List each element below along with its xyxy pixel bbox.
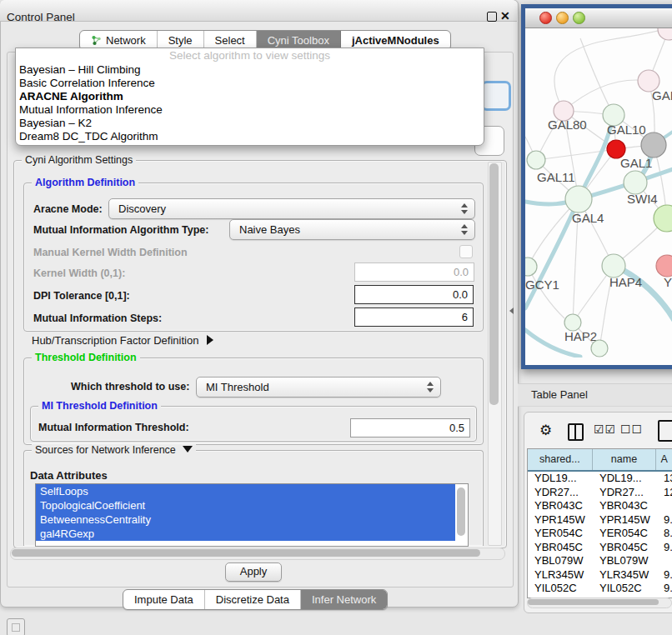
table-cell: YBR045C xyxy=(593,541,657,555)
table-hscrollbar-thumb[interactable] xyxy=(528,599,659,605)
mi-steps-label: Mutual Information Steps: xyxy=(33,312,162,324)
table-function-icon[interactable] xyxy=(658,420,672,442)
dropdown-item-mutual-information-inference[interactable]: Mutual Information Inference xyxy=(16,103,484,117)
table-cell: 9. xyxy=(657,582,672,596)
column-browser-icon[interactable] xyxy=(568,423,584,441)
mi-threshold-definition-title: MI Threshold Definition xyxy=(38,400,161,412)
network-node[interactable] xyxy=(641,132,666,158)
mutual-information-threshold-field[interactable]: 0.5 xyxy=(350,418,470,438)
table-cell: YBR045C xyxy=(528,541,593,555)
data-attributes-label: Data Attributes xyxy=(30,469,108,482)
network-node[interactable] xyxy=(658,28,672,40)
column-header-shared[interactable]: shared... xyxy=(528,449,593,470)
tab-impute-data[interactable]: Impute Data xyxy=(123,590,205,609)
network-node-gal11[interactable] xyxy=(527,151,545,169)
zoom-traffic-icon[interactable] xyxy=(573,12,585,24)
network-window-titlebar[interactable] xyxy=(525,8,672,28)
table-row[interactable]: YBL079WYBL079W xyxy=(528,554,672,568)
attribute-item-selfloops[interactable]: SelfLoops xyxy=(36,484,455,498)
algorithm-selector-fragment[interactable] xyxy=(481,81,511,111)
column-header-name[interactable]: name xyxy=(593,449,657,470)
aracne-mode-label: Aracne Mode: xyxy=(33,203,103,215)
node-label-gal11: GAL11 xyxy=(537,170,575,184)
sources-group-title[interactable]: Sources for Network Inference xyxy=(32,444,196,456)
tab-discretize-data[interactable]: Discretize Data xyxy=(205,590,301,609)
node-label-gal4: GAL4 xyxy=(572,211,604,225)
mi-algorithm-type-combo[interactable]: Naive Bayes xyxy=(229,219,475,240)
select-all-icon[interactable]: ☑☑ xyxy=(594,422,616,436)
table-row[interactable]: YBR045CYBR045C9. xyxy=(528,541,672,555)
close-icon[interactable]: ✕ xyxy=(500,9,510,22)
dpi-tolerance-field[interactable]: 0.0 xyxy=(354,285,474,304)
settings-hscrollbar-thumb[interactable] xyxy=(12,549,480,557)
apply-button[interactable]: Apply xyxy=(225,562,282,582)
tab-network-label: Network xyxy=(106,33,146,48)
dropdown-item-basic-correlation-inference[interactable]: Basic Correlation Inference xyxy=(16,77,484,90)
list-scrollbar-thumb[interactable] xyxy=(457,488,465,536)
network-node[interactable] xyxy=(591,340,608,357)
minimize-traffic-icon[interactable] xyxy=(556,12,569,24)
splitpane-collapse-icon[interactable] xyxy=(509,308,514,314)
tab-infer-network[interactable]: Infer Network xyxy=(301,590,387,609)
table-header-row: shared...nameA xyxy=(528,449,672,472)
network-node[interactable] xyxy=(654,205,672,232)
network-node-y[interactable] xyxy=(656,255,672,277)
node-label-hap4: HAP4 xyxy=(609,275,642,289)
close-traffic-icon[interactable] xyxy=(539,12,552,24)
network-view-window: GALGAL80GAL10GAL1GAL11SWI4GAL4GCY1HAP4YH… xyxy=(521,4,672,369)
aracne-mode-combo[interactable]: Discovery xyxy=(108,198,475,219)
dropdown-item-aracne-algorithm[interactable]: ARACNE Algorithm xyxy=(16,90,484,103)
table-row[interactable]: YDR27...YDR27...12 xyxy=(528,486,672,500)
node-label-gcy1: GCY1 xyxy=(525,278,559,292)
control-panel-titlebar[interactable] xyxy=(0,0,517,22)
network-node-hap4[interactable] xyxy=(602,254,625,278)
float-window-icon[interactable] xyxy=(487,12,497,22)
dropdown-item-bayesian-k2[interactable]: Bayesian – K2 xyxy=(16,117,484,130)
column-header-a[interactable]: A xyxy=(656,449,672,470)
attribute-item-betweennesscentrality[interactable]: BetweennessCentrality xyxy=(36,512,455,527)
network-node-gal4[interactable] xyxy=(565,186,592,212)
table-cell: YBR043C xyxy=(593,499,657,513)
node-label-hap2: HAP2 xyxy=(564,329,597,343)
sources-title-text: Sources for Network Inference xyxy=(35,444,176,456)
table-row[interactable]: YER054CYER054C8. xyxy=(528,527,672,541)
table-row[interactable]: YLR345WYLR345W9. xyxy=(528,568,672,582)
node-table: shared...nameA YDL19...YDL19...13YDR27..… xyxy=(527,448,672,598)
stepper-arrows-icon xyxy=(427,382,434,392)
table-row[interactable]: YPR145WYPR145W9. xyxy=(528,513,672,528)
table-cell: YBL079W xyxy=(593,554,657,568)
which-threshold-combo[interactable]: MI Threshold xyxy=(196,377,441,398)
tab-select-label: Select xyxy=(215,33,245,48)
table-cell: YDL19... xyxy=(528,472,593,486)
attribute-item-topologicalcoefficient[interactable]: TopologicalCoefficient xyxy=(36,498,455,512)
settings-scrollbar-thumb[interactable] xyxy=(489,163,499,405)
algorithm-dropdown-popup: Select algorithm to view settings Bayesi… xyxy=(15,48,484,146)
collapse-down-icon xyxy=(183,446,193,452)
attribute-item-gal4rgexp[interactable]: gal4RGexp xyxy=(36,527,455,541)
tab-infer-network-label: Infer Network xyxy=(312,592,376,607)
dropdown-item-bayesian-hill-climbing[interactable]: Bayesian – Hill Climbing xyxy=(16,63,484,77)
cyni-settings-group-title: Cyni Algorithm Settings xyxy=(22,154,136,166)
network-node-gcy1[interactable] xyxy=(525,258,537,276)
minimized-panel-icon[interactable] xyxy=(7,618,25,635)
table-cell: YLR345W xyxy=(528,568,593,582)
data-attributes-list[interactable]: SelfLoopsTopologicalCoefficientBetweenne… xyxy=(35,483,469,547)
network-canvas[interactable]: GALGAL80GAL10GAL1GAL11SWI4GAL4GCY1HAP4YH… xyxy=(525,28,672,365)
table-row[interactable]: YBR043CYBR043C xyxy=(528,499,672,513)
table-row[interactable]: YDL19...YDL19...13 xyxy=(528,472,672,486)
table-row[interactable]: YIL052CYIL052C9. xyxy=(528,582,672,596)
hub-section-header[interactable]: Hub/Transcription Factor Definition xyxy=(32,334,213,347)
mi-steps-field[interactable]: 6 xyxy=(354,308,474,327)
kernel-width-field[interactable]: 0.0 xyxy=(354,262,474,282)
deselect-all-icon[interactable]: ☐☐ xyxy=(620,422,643,436)
aracne-mode-value: Discovery xyxy=(109,202,461,215)
threshold-definition-title: Threshold Definition xyxy=(32,352,140,363)
dropdown-item-dream8-dc-tdc-algorithm[interactable]: Dream8 DC_TDC Algorithm xyxy=(16,130,484,143)
gear-icon[interactable]: ⚙ xyxy=(539,422,552,439)
desktop: Control Panel ✕ NetworkStyleSelectCyni T… xyxy=(0,0,672,635)
node-label-gal: GAL xyxy=(652,88,672,102)
manual-kernel-width-checkbox[interactable] xyxy=(459,245,473,258)
network-node-hap2[interactable] xyxy=(564,314,581,331)
network-node-swi4[interactable] xyxy=(624,171,647,194)
bottom-tabs: Impute DataDiscretize DataInfer Network xyxy=(123,589,388,610)
